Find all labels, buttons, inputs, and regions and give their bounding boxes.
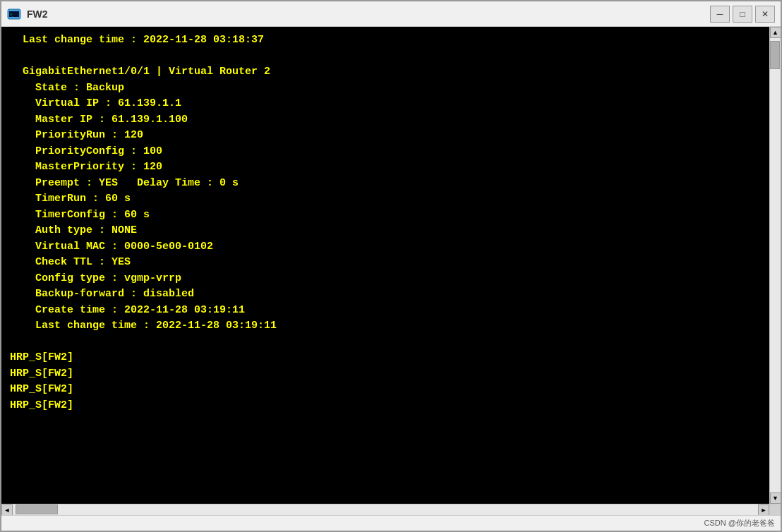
terminal-line: Last change time : 2022-11-28 03:18:37 bbox=[10, 32, 761, 49]
terminal-line: PriorityConfig : 100 bbox=[10, 144, 761, 160]
terminal-line: HRP_S[FW2] bbox=[10, 382, 761, 398]
terminal-line: PriorityRun : 120 bbox=[10, 128, 761, 144]
terminal-line: Backup-forward : disabled bbox=[10, 286, 761, 303]
terminal-line: Auth type : NONE bbox=[10, 223, 761, 239]
terminal-line: State : Backup bbox=[10, 80, 761, 97]
scroll-down-button[interactable]: ▼ bbox=[770, 492, 781, 504]
vertical-scrollbar[interactable]: ▲ ▼ bbox=[769, 27, 781, 504]
terminal-line: Master IP : 61.139.1.100 bbox=[10, 112, 761, 128]
terminal-line: Virtual IP : 61.139.1.1 bbox=[10, 96, 761, 112]
scroll-track-v[interactable] bbox=[770, 38, 781, 492]
window-title: FW2 bbox=[27, 8, 710, 20]
horizontal-scrollbar[interactable]: ◄ ► bbox=[1, 504, 769, 515]
close-button[interactable]: ✕ bbox=[755, 6, 775, 23]
bottom-scroll-area: ◄ ► bbox=[1, 504, 781, 515]
terminal-line: GigabitEthernet1/0/1 | Virtual Router 2 bbox=[10, 64, 761, 80]
terminal-line: Create time : 2022-11-28 03:19:11 bbox=[10, 303, 761, 319]
scroll-thumb-h[interactable] bbox=[16, 504, 58, 514]
window-content: Last change time : 2022-11-28 03:18:37 G… bbox=[1, 27, 781, 515]
main-window: >_ FW2 ─ □ ✕ Last change time : 2022-11-… bbox=[0, 0, 782, 532]
terminal-line: Check TTL : YES bbox=[10, 255, 761, 271]
app-icon: >_ bbox=[7, 7, 21, 21]
terminal-line: TimerConfig : 60 s bbox=[10, 207, 761, 224]
scroll-right-button[interactable]: ► bbox=[758, 504, 769, 516]
svg-text:>_: >_ bbox=[10, 12, 15, 17]
terminal-line: Last change time : 2022-11-28 03:19:11 bbox=[10, 318, 761, 334]
terminal-line: HRP_S[FW2] bbox=[10, 398, 761, 414]
terminal-line bbox=[10, 49, 761, 65]
scrollbar-corner bbox=[769, 504, 781, 515]
window-controls: ─ □ ✕ bbox=[710, 6, 775, 23]
terminal-line: HRP_S[FW2] bbox=[10, 350, 761, 366]
status-text: CSDN @你的老爸爸 bbox=[704, 518, 775, 528]
terminal-line: Preempt : YES Delay Time : 0 s bbox=[10, 176, 761, 192]
minimize-button[interactable]: ─ bbox=[710, 6, 730, 23]
status-bar: CSDN @你的老爸爸 bbox=[1, 515, 781, 531]
terminal-line bbox=[10, 334, 761, 351]
scroll-up-button[interactable]: ▲ bbox=[770, 27, 781, 38]
terminal-line: Virtual MAC : 0000-5e00-0102 bbox=[10, 239, 761, 255]
title-bar: >_ FW2 ─ □ ✕ bbox=[1, 1, 781, 27]
scroll-track-h[interactable] bbox=[13, 504, 758, 515]
terminal-line: Config type : vgmp-vrrp bbox=[10, 271, 761, 287]
scroll-thumb-v[interactable] bbox=[770, 41, 780, 69]
scroll-left-button[interactable]: ◄ bbox=[1, 504, 13, 516]
terminal-output[interactable]: Last change time : 2022-11-28 03:18:37 G… bbox=[1, 27, 769, 504]
main-content-area: Last change time : 2022-11-28 03:18:37 G… bbox=[1, 27, 781, 504]
terminal-line: MasterPriority : 120 bbox=[10, 159, 761, 176]
terminal-line: TimerRun : 60 s bbox=[10, 191, 761, 207]
maximize-button[interactable]: □ bbox=[733, 6, 752, 23]
terminal-line: HRP_S[FW2] bbox=[10, 366, 761, 382]
